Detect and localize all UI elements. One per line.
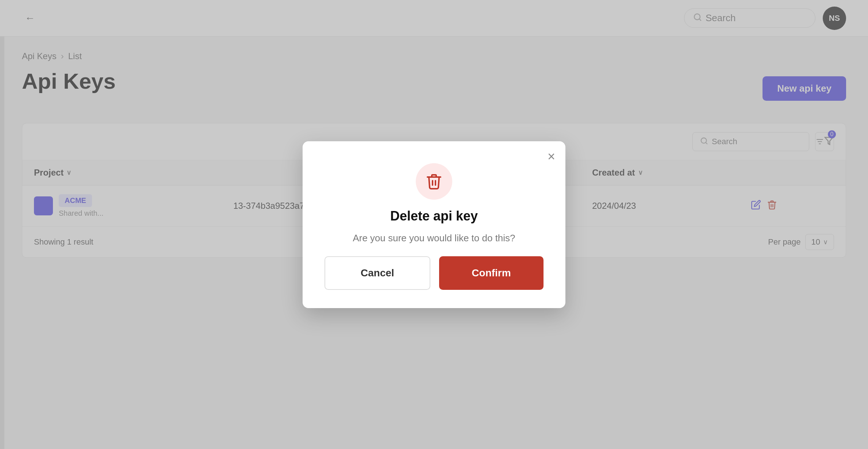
trash-icon [425, 173, 443, 190]
modal-icon-circle [416, 163, 452, 200]
confirm-button[interactable]: Confirm [439, 256, 544, 290]
delete-modal: × Delete api key Are you sure you would … [303, 141, 565, 308]
cancel-button[interactable]: Cancel [324, 256, 430, 290]
modal-close-button[interactable]: × [548, 150, 555, 163]
modal-title: Delete api key [390, 208, 478, 224]
modal-subtitle: Are you sure you would like to do this? [353, 233, 515, 244]
modal-actions: Cancel Confirm [324, 256, 544, 290]
